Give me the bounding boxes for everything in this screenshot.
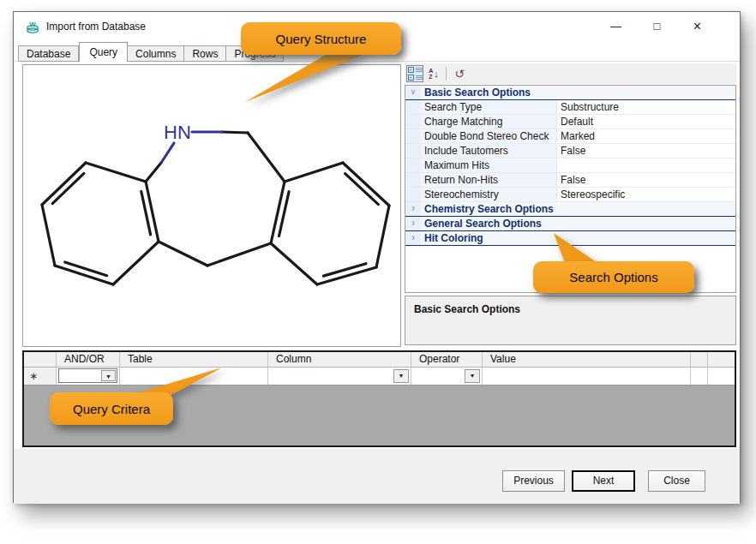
column-header-blank <box>24 352 57 367</box>
query-criteria-callout: Query Critera <box>50 392 173 425</box>
maximize-icon[interactable]: □ <box>638 12 676 40</box>
property-value[interactable]: Substructure <box>557 100 735 114</box>
property-row[interactable]: Return Non-HitsFalse <box>405 173 735 188</box>
chevron-right-icon[interactable]: › <box>405 231 421 245</box>
column-header-blank <box>691 352 708 367</box>
property-value[interactable] <box>557 158 735 172</box>
column-cell[interactable]: ▼ <box>268 368 411 385</box>
column-header-column: Column <box>268 352 411 367</box>
column-header-and-or: AND/OR <box>57 352 120 367</box>
property-group-basic-search-options[interactable]: ∨Basic Search Options <box>405 86 735 100</box>
property-name: Include Tautomers <box>421 144 557 158</box>
column-header-operator: Operator <box>411 352 483 367</box>
andor-cell[interactable]: ▼ <box>57 368 120 385</box>
chevron-down-icon[interactable]: ▼ <box>465 369 480 383</box>
screenshot-stage: W Import from Database — □ × DatabaseQue… <box>0 0 756 544</box>
property-row[interactable]: Charge MatchingDefault <box>405 115 735 129</box>
property-grid-rows: ∨Basic Search OptionsSearch TypeSubstruc… <box>405 86 735 246</box>
property-row[interactable]: StereochemistryStereospecific <box>405 188 735 202</box>
property-name: Charge Matching <box>421 115 557 129</box>
property-row[interactable]: Maximum Hits <box>405 158 735 173</box>
property-group-label: Chemistry Search Options <box>421 202 554 216</box>
window-title: Import from Database <box>46 12 146 41</box>
property-group-chemistry-search-options[interactable]: ›Chemistry Search Options <box>405 202 735 217</box>
value-cell[interactable] <box>483 368 691 385</box>
chevron-right-icon[interactable]: › <box>405 202 421 216</box>
property-group-label: Basic Search Options <box>421 86 531 99</box>
reset-icon[interactable]: ↺ <box>451 65 468 82</box>
property-value[interactable]: False <box>557 173 735 187</box>
property-name: Stereochemistry <box>421 188 557 201</box>
chevron-down-icon[interactable]: ∨ <box>405 86 421 99</box>
svg-text:W: W <box>29 21 36 28</box>
next-button[interactable]: Next <box>572 470 635 492</box>
chevron-right-icon[interactable]: › <box>405 217 421 230</box>
search-options-callout: Search Options <box>533 261 694 293</box>
column-header-value: Value <box>483 352 691 367</box>
categorized-icon[interactable]: + + <box>406 65 423 82</box>
property-row[interactable]: Double Bond Stereo CheckMarked <box>405 129 735 144</box>
property-group-label: General Search Options <box>421 217 542 230</box>
close-button[interactable]: Close <box>648 470 705 492</box>
tab-rows[interactable]: Rows <box>184 45 226 62</box>
row-selector-cell[interactable]: ∗ <box>24 368 57 385</box>
option-description-box: Basic Search Options <box>405 296 736 345</box>
property-value[interactable]: False <box>557 144 735 158</box>
tab-columns[interactable]: Columns <box>128 45 184 62</box>
toolbar-separator <box>446 67 447 81</box>
property-name: Double Bond Stereo Check <box>421 129 557 143</box>
app-icon: W <box>26 20 40 34</box>
property-name: Return Non-Hits <box>421 173 557 187</box>
property-name: Search Type <box>421 100 557 114</box>
options-toolbar: + + A Z ↓ ↺ <box>405 63 736 84</box>
chevron-down-icon[interactable]: ▼ <box>101 370 116 381</box>
property-name: Maximum Hits <box>421 158 557 172</box>
tab-database[interactable]: Database <box>18 45 79 62</box>
operator-cell[interactable]: ▼ <box>411 368 483 385</box>
property-row[interactable]: Search TypeSubstructure <box>405 100 735 115</box>
chevron-down-icon[interactable]: ▼ <box>393 369 409 383</box>
extra-cell[interactable] <box>691 368 708 385</box>
andor-combo[interactable]: ▼ <box>58 368 117 383</box>
close-icon[interactable]: × <box>678 12 717 40</box>
filler-cell[interactable] <box>708 368 735 385</box>
tab-query[interactable]: Query <box>79 42 128 62</box>
property-group-label: Hit Coloring <box>421 231 483 245</box>
svg-text:HN: HN <box>164 122 191 143</box>
previous-button[interactable]: Previous <box>502 470 565 492</box>
property-value[interactable]: Default <box>557 115 735 129</box>
property-value[interactable]: Marked <box>557 129 735 143</box>
query-structure-callout: Query Structure <box>241 22 401 55</box>
minimize-icon[interactable]: — <box>597 12 635 40</box>
property-value[interactable]: Stereospecific <box>557 188 735 201</box>
sort-az-icon[interactable]: A Z ↓ <box>425 65 442 82</box>
property-row[interactable]: Include TautomersFalse <box>405 144 735 158</box>
